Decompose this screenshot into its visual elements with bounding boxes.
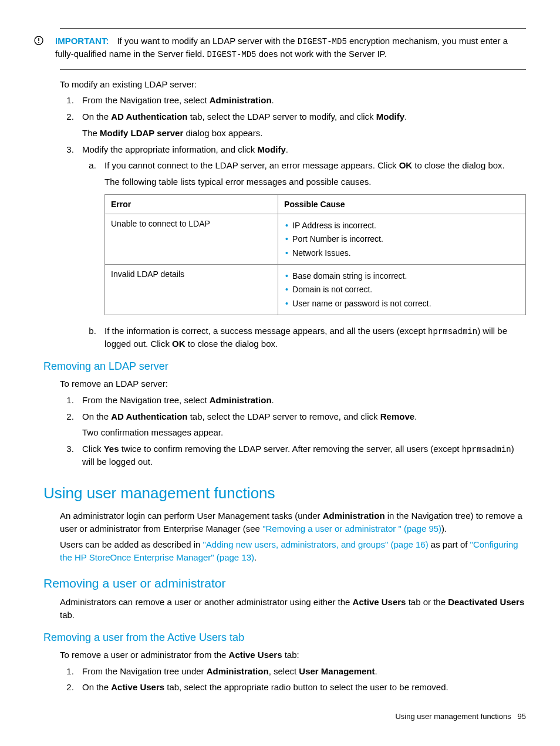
list-item: If the information is correct, a success… (99, 325, 526, 350)
list-item: From the Navigation tree, select Adminis… (76, 394, 526, 407)
callout-text-1: If you want to modify an LDAP server wit… (117, 36, 297, 46)
page-footer: Using user management functions 95 (34, 711, 526, 723)
list-item: From the Navigation tree, select Adminis… (76, 94, 526, 107)
list-item: On the Active Users tab, select the appr… (76, 681, 526, 694)
heading-remove-active: Removing a user from the Active Users ta… (43, 630, 526, 645)
link-removing-user[interactable]: "Removing a user or administrator " (pag… (262, 524, 441, 534)
table-row: Invalid LDAP details Base domain string … (105, 265, 526, 315)
removeactive-steps: From the Navigation tree under Administr… (60, 665, 526, 694)
removeactive-intro: To remove a user or administrator from t… (60, 649, 526, 661)
th-error: Error (105, 194, 278, 214)
svg-rect-2 (38, 42, 39, 43)
removing-ldap-steps: From the Navigation tree, select Adminis… (60, 394, 526, 468)
removing-ldap-intro: To remove an LDAP server: (60, 377, 526, 390)
list-item: On the AD Authentication tab, select the… (76, 410, 526, 440)
modify-intro: To modify an existing LDAP server: (60, 78, 526, 91)
svg-rect-1 (38, 38, 39, 41)
heading-removing-user: Removing a user or administrator (43, 575, 526, 592)
list-item: Modify the appropriate information, and … (76, 143, 526, 350)
usermgmt-p2: Users can be added as described in "Addi… (60, 538, 526, 564)
callout-code-1: DIGEST-MD5 (298, 37, 347, 46)
modify-steps: From the Navigation tree, select Adminis… (60, 94, 526, 350)
important-callout: IMPORTANT:If you want to modify an LDAP … (60, 28, 526, 70)
list-item: From the Navigation tree under Administr… (76, 665, 526, 678)
heading-removing-ldap: Removing an LDAP server (43, 359, 526, 374)
usermgmt-p1: An administrator login can perform User … (60, 509, 526, 535)
callout-code-2: DIGEST-MD5 (207, 50, 256, 59)
important-icon (34, 36, 43, 61)
th-cause: Possible Cause (278, 194, 526, 214)
error-table: ErrorPossible Cause Unable to connect to… (104, 194, 526, 315)
list-item: Click Yes twice to confirm removing the … (76, 443, 526, 468)
heading-user-mgmt: Using user management functions (43, 482, 526, 505)
list-item: If you cannot connect to the LDAP server… (99, 159, 526, 315)
link-adding-users[interactable]: "Adding new users, administrators, and g… (203, 539, 428, 549)
footer-text: Using user management functions (395, 712, 511, 721)
callout-text-3: does not work with the Server IP. (256, 49, 386, 59)
list-item: On the AD Authentication tab, select the… (76, 110, 526, 140)
important-label: IMPORTANT: (55, 36, 109, 46)
page-number: 95 (518, 712, 526, 721)
table-row: Unable to connect to LDAP IP Address is … (105, 214, 526, 265)
removeuser-p: Administrators can remove a user or anot… (60, 596, 526, 622)
